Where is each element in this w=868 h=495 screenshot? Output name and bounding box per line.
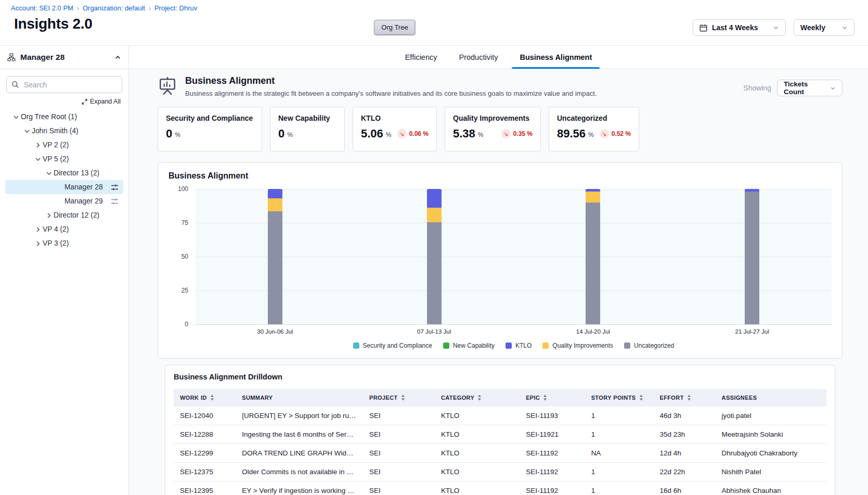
showing-dropdown[interactable]: Tickets Count (777, 80, 843, 96)
breadcrumb-item-organization[interactable]: Organization: default (83, 4, 145, 12)
tree-item-manager-28[interactable]: Manager 28 (5, 180, 123, 194)
search-input[interactable] (6, 76, 122, 93)
bar-segment-quality-improvements[interactable] (268, 198, 282, 211)
table-row-sei-12395[interactable]: SEI-12395EY > Verify if ingestion is wor… (174, 481, 826, 495)
cell-project: SEI (363, 463, 435, 481)
org-tree-button[interactable]: Org Tree (374, 20, 415, 35)
bar-21-jul-27-jul[interactable] (745, 189, 759, 324)
legend-item-security-and-compliance[interactable]: Security and Compliance (353, 342, 432, 349)
page-title: Insights 2.0 (14, 16, 92, 32)
table-row-sei-12040[interactable]: SEI-12040[URGENT] EY > Support for job r… (174, 407, 826, 425)
bar-segment-uncategorized[interactable] (586, 202, 600, 324)
column-header-story-points[interactable]: STORY POINTS (585, 389, 654, 407)
cell-work-id: SEI-12395 (174, 481, 236, 495)
tree-item-org-tree-root-1[interactable]: Org Tree Root (1) (5, 110, 123, 124)
tree-item-label: Director 13 (2) (54, 169, 99, 177)
bar-segment-ktlo[interactable] (427, 189, 442, 208)
stat-unit: % (175, 131, 180, 139)
stat-unit: % (588, 131, 594, 139)
cell-project: SEI (363, 444, 435, 463)
legend-swatch-quality-improvements (542, 342, 549, 349)
legend-label: New Capability (453, 342, 495, 349)
chevron-down-icon[interactable] (44, 169, 54, 177)
tab-efficiency[interactable]: Efficiency (404, 46, 438, 69)
cell-summary: DORA TREND LINE GRAPH Widgets is n... (236, 444, 363, 463)
legend-swatch-new-capability (443, 342, 449, 349)
showing-label: Showing (743, 84, 771, 92)
x-tick-label: 07 Jul-13 Jul (355, 328, 514, 335)
tree-item-manager-29[interactable]: Manager 29 (5, 194, 123, 208)
expand-all-button[interactable]: Expand All (8, 98, 121, 105)
tree-item-vp-5-2[interactable]: VP 5 (2) (5, 152, 123, 166)
tree-item-director-12-2[interactable]: Director 12 (2) (5, 208, 123, 222)
bar-30-jun-06-jul[interactable] (268, 189, 282, 324)
cell-epic: SEI-11192 (520, 481, 585, 495)
cell-story-points: 1 (585, 425, 654, 444)
legend-item-new-capability[interactable]: New Capability (443, 342, 495, 349)
legend-item-quality-improvements[interactable]: Quality Improvements (542, 342, 613, 349)
cell-category: KTLO (435, 463, 520, 481)
table-row-sei-12375[interactable]: SEI-12375Older Commits is not available … (174, 463, 826, 481)
legend-item-uncategorized[interactable]: Uncategorized (624, 342, 674, 349)
x-tick-label: 21 Jul-27 Jul (672, 328, 832, 335)
column-header-inner: ASSIGNEES (722, 395, 820, 401)
cell-effort: 35d 23h (653, 425, 715, 444)
bar-14-jul-20-jul[interactable] (586, 189, 600, 324)
chevron-down-icon (841, 24, 848, 31)
bar-segment-uncategorized[interactable] (745, 192, 759, 324)
legend-swatch-security-and-compliance (353, 342, 359, 349)
expand-icon (82, 99, 87, 105)
bar-segment-ktlo[interactable] (268, 189, 282, 198)
org-tree: Org Tree Root (1)John Smith (4)VP 2 (2)V… (0, 109, 128, 251)
cell-category: KTLO (435, 481, 520, 495)
section-description: Business alignment is the strategic fit … (185, 90, 597, 97)
column-header-project[interactable]: PROJECT (363, 389, 435, 407)
tree-item-john-smith-4[interactable]: John Smith (4) (5, 124, 123, 138)
column-header-label: CATEGORY (441, 395, 474, 401)
tree-item-director-13-2[interactable]: Director 13 (2) (5, 166, 123, 180)
column-header-work-id[interactable]: WORK ID (174, 389, 236, 407)
stat-card-uncategorized: Uncategorized89.56%↘0.52 % (549, 107, 639, 151)
sort-icon (687, 395, 691, 401)
y-tick-label: 75 (182, 219, 188, 226)
tree-item-vp-2-2[interactable]: VP 2 (2) (5, 138, 123, 152)
table-row-sei-12299[interactable]: SEI-12299DORA TREND LINE GRAPH Widgets i… (174, 444, 826, 463)
chevron-down-icon[interactable] (11, 113, 21, 121)
column-header-category[interactable]: CATEGORY (435, 389, 520, 407)
stat-unit: % (478, 131, 484, 139)
chevron-up-icon[interactable] (114, 54, 121, 61)
section-titles: Business Alignment Business alignment is… (185, 75, 597, 97)
column-header-effort[interactable]: EFFORT (653, 389, 715, 407)
bar-07-jul-13-jul[interactable] (427, 189, 442, 324)
stat-unit: % (287, 131, 293, 139)
column-header-label: EFFORT (659, 395, 683, 401)
table-row-sei-12288[interactable]: SEI-12288Ingesting the last 6 months of … (174, 425, 826, 444)
stat-cards-row: Security and Compliance0%New Capability0… (158, 107, 843, 151)
tab-productivity[interactable]: Productivity (458, 46, 499, 69)
chevron-right-icon[interactable] (44, 211, 54, 220)
main-row: Manager 28 Expand All Org Tree Root (1)J… (0, 45, 868, 495)
chevron-right-icon[interactable] (33, 141, 43, 149)
granularity-dropdown[interactable]: Weekly (794, 19, 854, 36)
chevron-down-icon[interactable] (33, 155, 43, 163)
bar-segment-uncategorized[interactable] (427, 222, 442, 324)
tree-item-vp-4-2[interactable]: VP 4 (2) (5, 222, 123, 236)
tree-item-vp-3-2[interactable]: VP 3 (2) (5, 236, 123, 250)
chevron-slot (55, 183, 64, 192)
date-range-dropdown[interactable]: Last 4 Weeks (693, 19, 786, 36)
bar-segment-quality-improvements[interactable] (586, 192, 600, 202)
breadcrumb-item-account[interactable]: Account: SEI 2.0 PM (11, 4, 73, 12)
stat-delta: ↘0.52 % (600, 129, 631, 138)
stat-value-row: 5.06%↘0.06 % (361, 128, 429, 139)
filters-icon[interactable] (111, 184, 119, 191)
column-header-epic[interactable]: EPIC (520, 389, 585, 407)
bar-segment-uncategorized[interactable] (268, 211, 282, 324)
chevron-right-icon[interactable] (33, 239, 43, 248)
breadcrumb-item-project[interactable]: Project: Dhruv (154, 4, 197, 12)
legend-item-ktlo[interactable]: KTLO (506, 342, 532, 349)
chevron-right-icon[interactable] (33, 225, 43, 234)
filters-icon[interactable] (111, 198, 119, 205)
chevron-down-icon[interactable] (22, 127, 32, 135)
tab-business-alignment[interactable]: Business Alignment (519, 46, 593, 69)
bar-segment-quality-improvements[interactable] (427, 208, 442, 222)
